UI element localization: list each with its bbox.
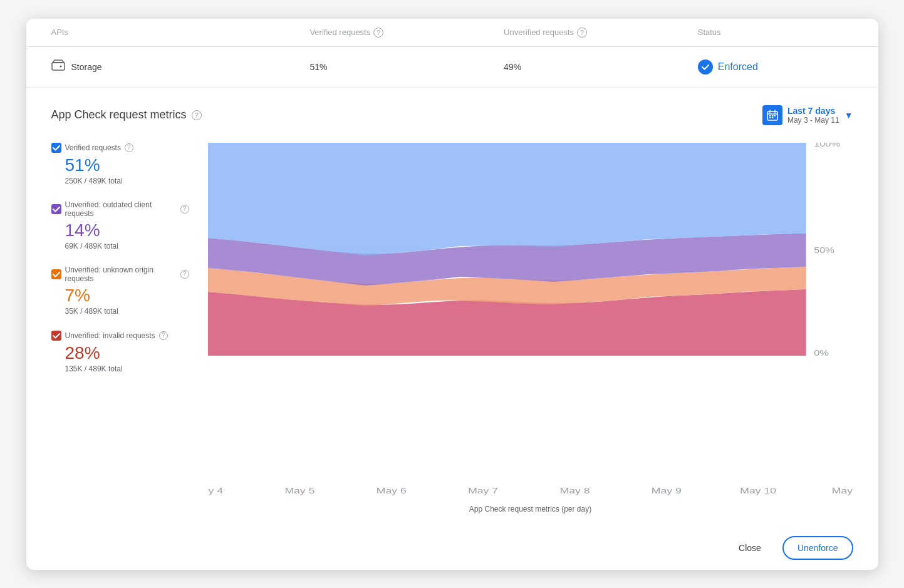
legend-label-row-0: Verified requests ?: [51, 143, 189, 153]
legend-label-text-1: Unverified: outdated client requests: [65, 200, 177, 218]
storage-icon: [51, 59, 65, 74]
legend-sub-2: 35K / 489K total: [65, 307, 189, 316]
svg-text:May 10: May 10: [740, 486, 776, 495]
metrics-header: App Check request metrics ?: [51, 105, 853, 125]
legend-checkbox-0[interactable]: [51, 143, 61, 153]
legend-percent-2: 7%: [65, 286, 189, 306]
svg-rect-7: [774, 115, 776, 116]
date-range-label: Last 7 days: [787, 106, 839, 116]
apis-label: APIs: [51, 28, 68, 37]
x-axis-labels: May 4 May 5 May 6 May 7 May 8 May 9 May …: [208, 483, 853, 501]
legend-item-0: Verified requests ? 51% 250K / 489K tota…: [51, 143, 189, 185]
svg-text:May 7: May 7: [468, 486, 498, 495]
legend-help-icon-1[interactable]: ?: [180, 205, 189, 214]
unenforce-button[interactable]: Unenforce: [782, 536, 853, 560]
chart-container: 100% 50% 0%: [208, 143, 853, 513]
header-verified: Verified requests ?: [309, 28, 504, 38]
legend-sub-1: 69K / 489K total: [65, 242, 189, 250]
dropdown-arrow-icon: ▼: [844, 110, 853, 120]
svg-text:0%: 0%: [814, 348, 829, 355]
unverified-label: Unverified requests: [504, 28, 574, 37]
svg-rect-5: [769, 115, 771, 116]
svg-rect-8: [769, 117, 771, 118]
verified-pct-cell: 51%: [309, 62, 504, 72]
storage-row: Storage 51% 49% Enforced: [26, 47, 878, 88]
legend-checkbox-2[interactable]: [51, 269, 61, 279]
main-dialog: APIs Verified requests ? Unverified requ…: [26, 19, 878, 570]
status-cell: Enforced: [698, 59, 853, 75]
chart-svg-wrap: 100% 50% 0%: [208, 143, 853, 481]
legend-item-2: Unverified: unknown origin requests ? 7%…: [51, 266, 189, 316]
legend-checkbox-1[interactable]: [51, 204, 61, 214]
table-header: APIs Verified requests ? Unverified requ…: [26, 19, 878, 47]
legend-help-icon-0[interactable]: ?: [125, 143, 133, 152]
svg-text:May 5: May 5: [284, 486, 314, 495]
header-apis: APIs: [51, 28, 310, 38]
chart-area: Verified requests ? 51% 250K / 489K tota…: [51, 143, 853, 513]
enforced-badge: Enforced: [698, 59, 853, 75]
date-range-value: May 3 - May 11: [787, 116, 839, 125]
svg-rect-0: [52, 63, 65, 70]
legend-sub-3: 135K / 489K total: [65, 364, 189, 373]
svg-text:100%: 100%: [814, 143, 840, 148]
legend-help-icon-2[interactable]: ?: [180, 270, 189, 279]
header-unverified: Unverified requests ?: [504, 28, 698, 38]
svg-text:May 4: May 4: [208, 486, 223, 495]
verified-pct-value: 51%: [309, 62, 327, 72]
close-button[interactable]: Close: [725, 537, 775, 559]
enforced-label: Enforced: [718, 61, 758, 73]
metrics-title-text: App Check request metrics: [51, 108, 187, 121]
date-selector[interactable]: Last 7 days May 3 - May 11 ▼: [762, 105, 853, 125]
svg-rect-6: [772, 115, 774, 116]
legend-label-text-0: Verified requests: [65, 143, 121, 152]
legend-help-icon-3[interactable]: ?: [159, 331, 168, 340]
footer: Close Unenforce: [26, 526, 878, 570]
verified-label: Verified requests: [309, 28, 370, 37]
unverified-help-icon[interactable]: ?: [577, 28, 587, 38]
chart-svg: 100% 50% 0%: [208, 143, 853, 356]
storage-name-text: Storage: [71, 62, 102, 72]
legend-percent-3: 28%: [65, 343, 189, 363]
date-text: Last 7 days May 3 - May 11: [787, 106, 839, 125]
verified-help-icon[interactable]: ?: [373, 28, 383, 38]
legend-percent-1: 14%: [65, 220, 189, 240]
metrics-section: App Check request metrics ?: [26, 88, 878, 526]
svg-text:May 6: May 6: [376, 486, 406, 495]
legend-label-row-3: Unverified: invalid requests ?: [51, 331, 189, 341]
svg-point-1: [60, 66, 61, 68]
legend-label-row-2: Unverified: unknown origin requests ?: [51, 266, 189, 283]
chart-x-label: App Check request metrics (per day): [469, 505, 591, 513]
svg-text:50%: 50%: [814, 245, 834, 254]
unverified-pct-cell: 49%: [504, 62, 698, 72]
legend-label-text-2: Unverified: unknown origin requests: [65, 266, 177, 283]
legend-checkbox-3[interactable]: [51, 331, 61, 341]
unverified-pct-value: 49%: [504, 62, 521, 72]
enforced-check-icon: [698, 59, 713, 75]
legend: Verified requests ? 51% 250K / 489K tota…: [51, 143, 189, 513]
legend-percent-0: 51%: [65, 155, 189, 175]
svg-text:May 11: May 11: [831, 486, 853, 495]
legend-item-1: Unverified: outdated client requests ? 1…: [51, 200, 189, 250]
legend-item-3: Unverified: invalid requests ? 28% 135K …: [51, 331, 189, 373]
status-label: Status: [698, 28, 721, 37]
svg-rect-9: [772, 117, 774, 118]
metrics-title: App Check request metrics ?: [51, 108, 202, 121]
svg-text:May 9: May 9: [651, 486, 681, 495]
metrics-help-icon[interactable]: ?: [192, 110, 202, 120]
storage-cell: Storage: [51, 59, 310, 74]
calendar-icon: [762, 105, 782, 125]
legend-label-row-1: Unverified: outdated client requests ?: [51, 200, 189, 218]
legend-sub-0: 250K / 489K total: [65, 177, 189, 185]
legend-label-text-3: Unverified: invalid requests: [65, 331, 155, 340]
svg-text:May 8: May 8: [559, 486, 590, 495]
header-status: Status: [698, 28, 853, 38]
